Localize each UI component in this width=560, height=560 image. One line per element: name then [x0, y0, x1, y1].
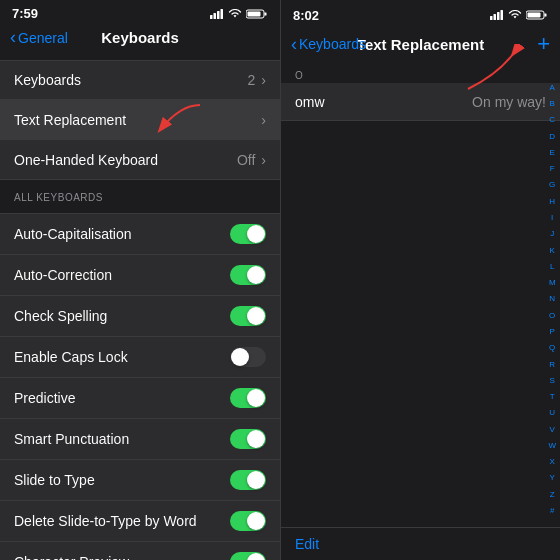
delete-slide-to-type-item[interactable]: Delete Slide-to-Type by Word [0, 501, 280, 542]
svg-rect-10 [497, 12, 500, 20]
alpha-f[interactable]: F [550, 165, 555, 174]
svg-rect-9 [494, 14, 497, 20]
check-spelling-label: Check Spelling [14, 308, 107, 324]
alpha-hash[interactable]: # [550, 507, 554, 516]
enable-caps-lock-item[interactable]: Enable Caps Lock [0, 337, 280, 378]
alpha-g[interactable]: G [549, 181, 555, 190]
predictive-item[interactable]: Predictive [0, 378, 280, 419]
left-panel: 7:59 ‹ Gen [0, 0, 280, 560]
all-keyboards-header: ALL KEYBOARDS [0, 180, 280, 207]
edit-button[interactable]: Edit [295, 536, 319, 552]
enable-caps-lock-toggle[interactable] [230, 347, 266, 367]
text-replacement-chevron-icon: › [261, 112, 266, 128]
predictive-toggle[interactable] [230, 388, 266, 408]
signal-icon [210, 9, 224, 19]
svg-rect-6 [248, 11, 261, 16]
alphabet-index[interactable]: A B C D E F G H I J K L M N O P Q R S T … [548, 80, 556, 520]
svg-rect-0 [210, 15, 213, 19]
plus-icon: + [537, 31, 550, 56]
smart-punctuation-toggle[interactable] [230, 429, 266, 449]
character-preview-item[interactable]: Character Preview [0, 542, 280, 560]
enable-caps-lock-label: Enable Caps Lock [14, 349, 128, 365]
keyboards-chevron-icon: › [261, 72, 266, 88]
left-status-bar: 7:59 [0, 0, 280, 25]
alpha-l[interactable]: L [550, 263, 554, 272]
one-handed-keyboard-label: One-Handed Keyboard [14, 152, 158, 168]
alpha-d[interactable]: D [549, 133, 555, 142]
wifi-icon [228, 9, 242, 19]
tr-item-omw-phrase: On my way! [472, 94, 546, 110]
text-replacement-label: Text Replacement [14, 112, 126, 128]
alpha-k[interactable]: K [550, 247, 555, 256]
alpha-i[interactable]: I [551, 214, 553, 223]
alpha-p[interactable]: P [550, 328, 555, 337]
check-spelling-toggle[interactable] [230, 306, 266, 326]
svg-rect-2 [217, 11, 220, 19]
alpha-x[interactable]: X [550, 458, 555, 467]
keyboards-item[interactable]: Keyboards 2 › [0, 60, 280, 100]
right-battery-icon [526, 10, 548, 20]
alpha-m[interactable]: M [549, 279, 556, 288]
svg-rect-5 [265, 12, 267, 15]
right-nav-title: Text Replacement [357, 36, 484, 53]
alpha-c[interactable]: C [549, 116, 555, 125]
left-back-chevron-icon: ‹ [10, 27, 16, 48]
alpha-y[interactable]: Y [550, 474, 555, 483]
auto-correction-toggle[interactable] [230, 265, 266, 285]
character-preview-label: Character Preview [14, 554, 129, 560]
slide-to-type-item[interactable]: Slide to Type [0, 460, 280, 501]
alpha-z[interactable]: Z [550, 491, 555, 500]
keyboards-top-section: Keyboards 2 › Text Replacement › One-Han… [0, 60, 280, 180]
one-handed-keyboard-value: Off [237, 152, 255, 168]
all-keyboards-section: Auto-Capitalisation Auto-Correction Chec… [0, 213, 280, 560]
alpha-u[interactable]: U [549, 409, 555, 418]
check-spelling-item[interactable]: Check Spelling [0, 296, 280, 337]
smart-punctuation-item[interactable]: Smart Punctuation [0, 419, 280, 460]
svg-rect-13 [545, 14, 547, 17]
right-status-icons [490, 10, 548, 20]
alpha-s[interactable]: S [550, 377, 555, 386]
keyboards-item-right: 2 › [248, 72, 266, 88]
battery-icon [246, 9, 268, 19]
alpha-h[interactable]: H [549, 198, 555, 207]
alpha-q[interactable]: Q [549, 344, 555, 353]
alpha-o[interactable]: O [549, 312, 555, 321]
left-back-label: General [18, 30, 68, 46]
delete-slide-to-type-toggle[interactable] [230, 511, 266, 531]
slide-to-type-toggle[interactable] [230, 470, 266, 490]
left-nav-back[interactable]: ‹ General [10, 27, 68, 48]
one-handed-keyboard-item[interactable]: One-Handed Keyboard Off › [0, 140, 280, 180]
tr-item-omw[interactable]: omw On my way! [281, 83, 560, 121]
svg-rect-3 [221, 9, 224, 19]
right-nav-bar: ‹ Keyboards Text Replacement + [281, 28, 560, 64]
text-replacement-right: › [259, 112, 266, 128]
auto-correction-label: Auto-Correction [14, 267, 112, 283]
auto-correction-item[interactable]: Auto-Correction [0, 255, 280, 296]
add-button[interactable]: + [537, 33, 550, 55]
delete-slide-to-type-label: Delete Slide-to-Type by Word [14, 513, 197, 529]
right-status-bar: 8:02 [281, 0, 560, 28]
right-signal-icon [490, 10, 504, 20]
one-handed-keyboard-right: Off › [237, 152, 266, 168]
alpha-b[interactable]: B [550, 100, 555, 109]
auto-capitalisation-item[interactable]: Auto-Capitalisation [0, 213, 280, 255]
bottom-bar: Edit [281, 527, 560, 560]
section-o-header: O [281, 64, 560, 83]
alpha-j[interactable]: J [550, 230, 554, 239]
left-status-time: 7:59 [12, 6, 38, 21]
alpha-e[interactable]: E [550, 149, 555, 158]
text-replacement-item[interactable]: Text Replacement › [0, 100, 280, 140]
left-nav-title: Keyboards [101, 29, 179, 46]
right-status-time: 8:02 [293, 8, 319, 23]
character-preview-toggle[interactable] [230, 552, 266, 560]
alpha-w[interactable]: W [548, 442, 556, 451]
alpha-r[interactable]: R [549, 361, 555, 370]
auto-capitalisation-toggle[interactable] [230, 224, 266, 244]
right-nav-back[interactable]: ‹ Keyboards [291, 34, 366, 55]
alpha-v[interactable]: V [550, 426, 555, 435]
alpha-n[interactable]: N [549, 295, 555, 304]
alpha-t[interactable]: T [550, 393, 555, 402]
right-back-chevron-icon: ‹ [291, 34, 297, 55]
alpha-a[interactable]: A [550, 84, 555, 93]
left-status-icons [210, 9, 268, 19]
